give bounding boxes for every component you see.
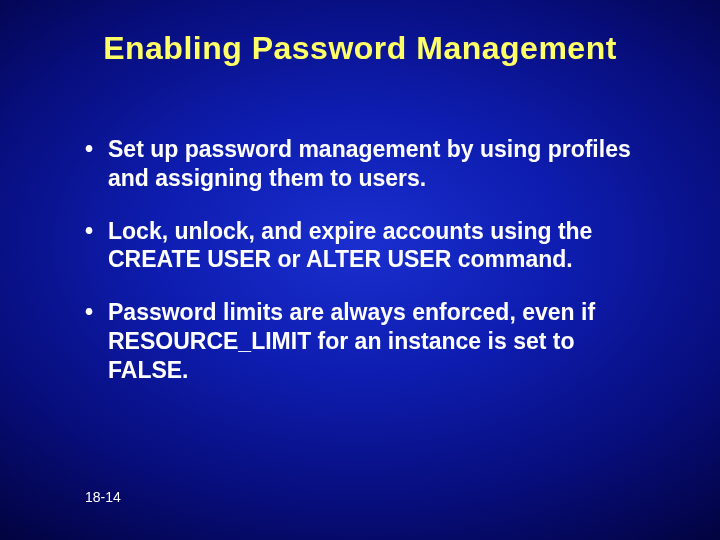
- bullet-item: Password limits are always enforced, eve…: [85, 298, 650, 384]
- bullet-item: Lock, unlock, and expire accounts using …: [85, 217, 650, 275]
- slide-title: Enabling Password Management: [0, 30, 720, 67]
- slide-footer: 18-14: [85, 489, 121, 505]
- bullet-list: Set up password management by using prof…: [85, 135, 650, 408]
- slide: Enabling Password Management Set up pass…: [0, 0, 720, 540]
- bullet-item: Set up password management by using prof…: [85, 135, 650, 193]
